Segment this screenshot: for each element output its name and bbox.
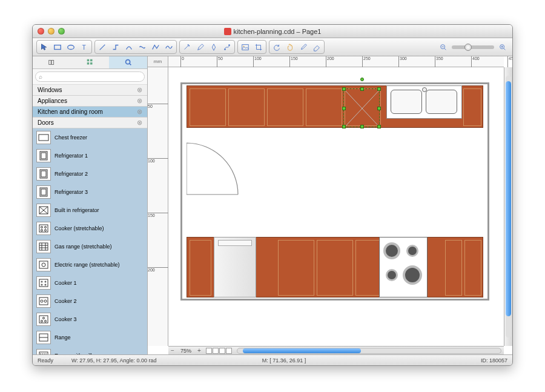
library-item-label: Cooker 1 [54,280,77,286]
spline-tool[interactable] [163,42,175,52]
category-appliances[interactable]: Appliances⊗ [33,96,147,107]
hscroll-track[interactable] [237,348,501,354]
svg-point-35 [41,227,43,228]
svg-point-48 [45,281,46,282]
library-item[interactable]: Cooker (stretchable) [33,219,147,238]
toolbar: T [33,38,512,56]
svg-point-37 [41,230,43,231]
zoom-out-button[interactable] [437,42,449,52]
svg-point-45 [42,263,45,267]
polyline-tool[interactable] [150,42,162,52]
zoom-percent[interactable]: 75% [177,348,195,354]
svg-rect-24 [39,135,48,141]
category-kitchen[interactable]: Kitchen and dining room⊗ [33,107,147,118]
selection-tools-group: T [36,40,92,54]
stove[interactable] [379,237,428,297]
library-item[interactable]: Refrigerator 2 [33,165,147,183]
svg-rect-7 [242,44,249,50]
connector-tool[interactable] [110,42,122,52]
cooker2-icon [36,294,51,308]
svg-point-57 [45,321,47,322]
svg-point-1 [68,45,74,49]
library-item[interactable]: Refrigerator 3 [33,183,147,201]
library-item[interactable]: Cooker 1 [33,274,147,292]
view-mode-1[interactable] [206,348,212,354]
image-tool[interactable] [239,42,251,52]
category-doors[interactable]: Doors⊗ [33,118,147,128]
library-item[interactable]: Electric range (stretchable) [33,256,147,274]
door-symbol[interactable] [187,140,247,202]
eyedropper-tool[interactable] [297,42,309,52]
dishwasher[interactable] [214,237,256,297]
crop-tool[interactable] [253,42,265,52]
library-item[interactable]: Cooker 2 [33,292,147,310]
rotate-tool[interactable] [271,42,283,52]
library-item-label: Chest freezer [54,135,87,141]
line-tool[interactable] [96,42,108,52]
close-icon[interactable]: ⊗ [137,86,142,94]
library-item[interactable]: Built in refrigerator [33,201,147,219]
svg-rect-18 [87,59,89,62]
faucet-icon [422,87,427,92]
arc-tool[interactable] [123,42,135,52]
sink-unit[interactable] [386,85,462,119]
library-item[interactable]: Cooker 3 [33,310,147,328]
close-icon[interactable]: ⊗ [137,108,142,116]
view-mode-3[interactable] [219,348,225,354]
svg-rect-20 [87,62,89,65]
library-item[interactable]: Chest freezer [33,128,147,147]
bezier-tool[interactable] [221,42,233,52]
pointer-tool[interactable] [38,42,50,52]
sidebar-tabs [33,56,147,69]
ruler-vertical: 50100150200 [148,67,168,346]
range-grill-icon [36,349,51,354]
ruler-unit[interactable]: mm [148,56,168,67]
arrow-line-tool[interactable] [181,42,193,52]
sidebar-tab-grid[interactable] [71,56,109,68]
search-input[interactable] [35,71,145,82]
view-mode-2[interactable] [213,348,219,354]
curve-tool[interactable] [136,42,148,52]
svg-point-49 [41,284,42,285]
fridge-icon [36,149,51,162]
scrollbar-vertical[interactable] [504,67,512,346]
drawing-canvas[interactable] [168,67,504,346]
svg-rect-21 [90,62,93,65]
library-item[interactable]: Range [33,328,147,347]
cooker3-icon [36,313,51,326]
sidebar-tab-search[interactable] [109,56,147,68]
svg-line-3 [100,44,105,50]
close-icon[interactable]: ⊗ [137,97,142,105]
sidebar-tab-libraries[interactable] [33,56,71,68]
close-icon[interactable]: ⊗ [137,119,142,127]
nav-tools-group [269,40,325,54]
category-windows[interactable]: Windows⊗ [33,85,147,96]
svg-point-53 [44,300,47,302]
zoom-slider[interactable] [452,45,494,49]
text-tool[interactable]: T [78,42,90,52]
titlebar: kitchen-planning.cdd – Page1 [33,25,512,38]
zoom-out-icon[interactable]: − [168,347,177,354]
zoom-in-button[interactable] [497,42,509,52]
search-icon: ⌕ [39,73,42,80]
svg-point-47 [41,281,42,282]
pencil-tool[interactable] [194,42,206,52]
svg-point-38 [45,230,47,231]
selected-object[interactable] [343,88,380,127]
zoom-slider-thumb[interactable] [464,44,472,51]
rect-tool[interactable] [51,42,64,52]
zoom-in-icon[interactable]: + [195,347,203,354]
pen-tool[interactable] [208,42,220,52]
ellipse-tool[interactable] [65,42,77,52]
item-list: Chest freezerRefrigerator 1Refrigerator … [33,128,147,354]
library-item[interactable]: Refrigerator 1 [33,147,147,165]
fridge-icon [36,167,51,181]
library-item-label: Refrigerator 2 [54,171,88,177]
library-item[interactable]: Gas range (stretchable) [33,238,147,256]
status-ready: Ready [38,357,53,364]
view-mode-4[interactable] [226,348,232,354]
category-list: Windows⊗ Appliances⊗ Kitchen and dining … [33,85,147,128]
library-item[interactable]: Range with grill [33,347,147,354]
eraser-tool[interactable] [311,42,323,52]
pan-tool[interactable] [284,42,296,52]
